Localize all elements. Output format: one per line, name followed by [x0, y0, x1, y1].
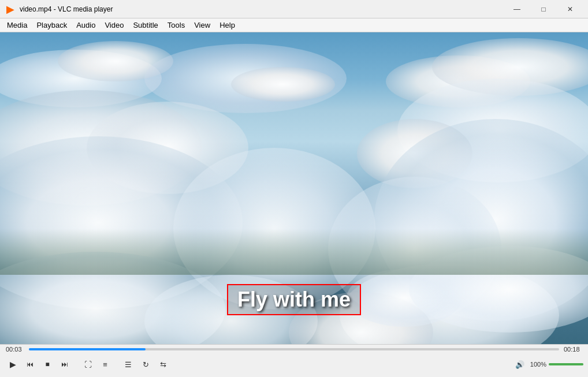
- maximize-button[interactable]: □: [530, 0, 557, 18]
- titlebar: ▶ video.mp4 - VLC media player — □ ✕: [0, 0, 588, 18]
- menu-tools[interactable]: Tools: [163, 20, 189, 31]
- time-current: 00:03: [6, 346, 24, 353]
- menu-playback[interactable]: Playback: [32, 20, 72, 31]
- time-total: 00:18: [564, 346, 582, 353]
- skip-forward-button[interactable]: ⏭: [57, 356, 73, 372]
- vlc-icon: ▶: [5, 3, 16, 15]
- extended-settings-button[interactable]: ≡: [97, 356, 113, 372]
- window-controls: — □ ✕: [504, 0, 583, 18]
- controls-area: 00:03 00:18 ▶ ⏮ ■ ⏭ ⛶ ≡ ☰ ↻ ⇄ 🔊 100%: [0, 344, 588, 377]
- minimize-button[interactable]: —: [504, 0, 530, 18]
- distant-land: [0, 229, 588, 275]
- menubar: Media Playback Audio Video Subtitle Tool…: [0, 18, 588, 32]
- close-button[interactable]: ✕: [557, 0, 583, 18]
- menu-video[interactable]: Video: [100, 20, 128, 31]
- menu-audio[interactable]: Audio: [72, 20, 100, 31]
- shuffle-button[interactable]: ⇄: [155, 356, 171, 372]
- progress-fill: [29, 348, 146, 350]
- playlist-button[interactable]: ☰: [120, 356, 136, 372]
- skip-back-button[interactable]: ⏮: [22, 356, 38, 372]
- subtitle-text: Fly with me: [227, 284, 361, 315]
- fullscreen-button[interactable]: ⛶: [80, 356, 96, 372]
- menu-help[interactable]: Help: [215, 20, 240, 31]
- loop-button[interactable]: ↻: [137, 356, 154, 372]
- menu-media[interactable]: Media: [2, 20, 32, 31]
- play-button[interactable]: ▶: [5, 356, 21, 372]
- volume-fill: [549, 363, 583, 365]
- menu-subtitle[interactable]: Subtitle: [128, 20, 162, 31]
- video-viewport[interactable]: Fly with me: [0, 32, 588, 344]
- stop-button[interactable]: ■: [39, 356, 55, 372]
- volume-button[interactable]: 🔊: [512, 356, 528, 372]
- volume-section: 🔊 100%: [512, 356, 583, 372]
- menu-view[interactable]: View: [189, 20, 215, 31]
- volume-label: 100%: [530, 361, 546, 368]
- progress-track[interactable]: [29, 348, 559, 350]
- window-title: video.mp4 - VLC media player: [20, 5, 504, 13]
- controls-row: ▶ ⏮ ■ ⏭ ⛶ ≡ ☰ ↻ ⇄ 🔊 100%: [0, 354, 588, 375]
- volume-bar[interactable]: [549, 363, 583, 365]
- progress-bar-container: 00:03 00:18: [0, 345, 588, 354]
